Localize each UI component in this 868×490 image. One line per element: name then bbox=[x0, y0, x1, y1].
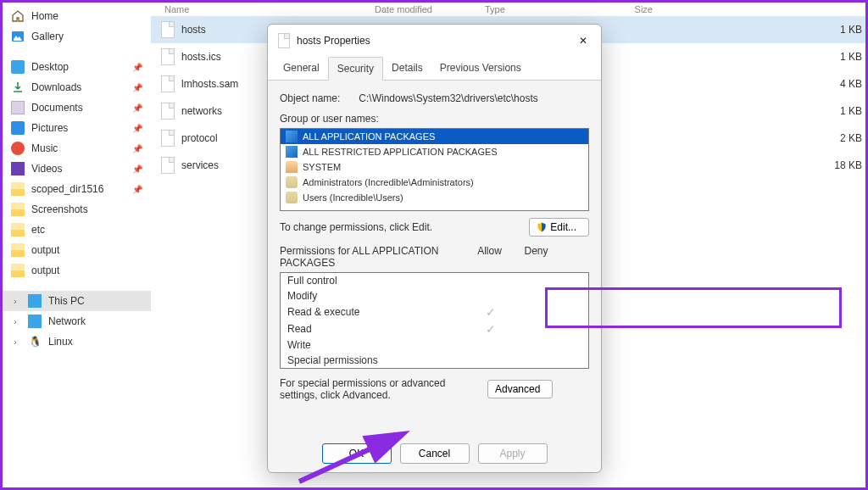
folder-icon bbox=[11, 182, 25, 196]
tab-security[interactable]: Security bbox=[328, 57, 383, 81]
group-item[interactable]: ALL RESTRICTED APPLICATION PACKAGES bbox=[281, 144, 588, 159]
group-icon bbox=[286, 131, 298, 142]
object-name-label: Object name: bbox=[280, 92, 356, 104]
folder-icon bbox=[11, 264, 25, 277]
sidebar-item-folder[interactable]: etc bbox=[3, 220, 151, 240]
sidebar-item-documents[interactable]: Documents📌 bbox=[3, 97, 151, 118]
group-icon bbox=[286, 146, 298, 158]
group-icon bbox=[286, 192, 298, 203]
group-label: Administrators (Incredible\Administrator… bbox=[303, 177, 474, 187]
file-icon bbox=[161, 21, 175, 38]
permission-row[interactable]: Special permissions bbox=[281, 353, 588, 368]
file-icon bbox=[161, 130, 175, 147]
chevron-right-icon[interactable]: › bbox=[11, 337, 19, 347]
pictures-icon bbox=[11, 121, 25, 135]
permission-label: Read & execute bbox=[287, 306, 467, 318]
sidebar-gallery[interactable]: Gallery bbox=[3, 26, 151, 47]
group-label: ALL APPLICATION PACKAGES bbox=[303, 131, 435, 142]
sidebar-label: Music bbox=[31, 142, 58, 154]
dialog-title-text: hosts Properties bbox=[297, 35, 370, 47]
pin-icon: 📌 bbox=[132, 144, 142, 153]
sidebar-home[interactable]: Home bbox=[3, 6, 151, 26]
sidebar-label: Videos bbox=[31, 163, 62, 175]
sidebar-label: Network bbox=[48, 315, 86, 327]
group-item[interactable]: SYSTEM bbox=[281, 159, 588, 175]
allow-header: Allow bbox=[466, 245, 513, 269]
ok-button[interactable]: OK bbox=[322, 443, 392, 464]
groups-label: Group or user names: bbox=[280, 113, 589, 125]
column-headers[interactable]: Name Date modified Type Size bbox=[151, 3, 865, 16]
group-label: SYSTEM bbox=[303, 162, 341, 172]
advanced-text: For special permissions or advanced sett… bbox=[280, 377, 479, 401]
permissions-for-label: Permissions for ALL APPLICATION PACKAGES bbox=[280, 245, 466, 269]
allow-check: ✓ bbox=[467, 305, 514, 319]
col-size[interactable]: Size bbox=[585, 4, 653, 14]
sidebar-label: Screenshots bbox=[31, 203, 88, 215]
file-size: 1 KB bbox=[801, 24, 862, 36]
sidebar-item-videos[interactable]: Videos📌 bbox=[3, 159, 151, 179]
sidebar-item-desktop[interactable]: Desktop📌 bbox=[3, 57, 151, 77]
tab-previous-versions[interactable]: Previous Versions bbox=[431, 57, 530, 80]
sidebar-item-downloads[interactable]: Downloads📌 bbox=[3, 77, 151, 97]
sidebar-item-music[interactable]: Music📌 bbox=[3, 138, 151, 159]
tab-details[interactable]: Details bbox=[383, 57, 431, 80]
sidebar-item-pictures[interactable]: Pictures📌 bbox=[3, 118, 151, 138]
edit-button[interactable]: Edit... bbox=[529, 218, 589, 237]
sidebar-label: Desktop bbox=[31, 61, 69, 73]
permission-row[interactable]: Modify bbox=[281, 288, 588, 303]
group-item[interactable]: ALL APPLICATION PACKAGES bbox=[281, 129, 588, 144]
gallery-icon bbox=[11, 30, 25, 43]
tab-general[interactable]: General bbox=[275, 57, 328, 80]
permissions-listbox[interactable]: Full control Modify Read & execute ✓ Rea… bbox=[280, 272, 589, 369]
permission-row[interactable]: Read ✓ bbox=[281, 320, 588, 337]
allow-check: ✓ bbox=[467, 322, 514, 336]
file-icon bbox=[161, 75, 175, 92]
sidebar-item-folder[interactable]: output bbox=[3, 260, 151, 281]
home-icon bbox=[11, 9, 25, 23]
permission-label: Special permissions bbox=[287, 354, 467, 366]
pin-icon: 📌 bbox=[132, 63, 142, 72]
group-label: ALL RESTRICTED APPLICATION PACKAGES bbox=[303, 147, 498, 157]
col-type[interactable]: Type bbox=[485, 4, 585, 14]
dialog-titlebar[interactable]: hosts Properties ✕ bbox=[268, 25, 601, 57]
file-icon bbox=[161, 48, 175, 65]
chevron-right-icon[interactable]: › bbox=[11, 317, 19, 326]
desktop-icon bbox=[11, 60, 25, 74]
music-icon bbox=[11, 142, 25, 155]
pin-icon: 📌 bbox=[132, 103, 142, 113]
file-icon bbox=[278, 33, 290, 48]
tabs: General Security Details Previous Versio… bbox=[268, 57, 601, 81]
permission-label: Write bbox=[287, 339, 467, 351]
groups-listbox[interactable]: ALL APPLICATION PACKAGESALL RESTRICTED A… bbox=[280, 128, 589, 211]
shield-icon bbox=[537, 222, 547, 232]
permission-row[interactable]: Read & execute ✓ bbox=[281, 303, 588, 320]
video-icon bbox=[11, 162, 25, 175]
advanced-button[interactable]: Advanced bbox=[487, 380, 553, 398]
permission-label: Full control bbox=[287, 275, 467, 287]
sidebar-label: output bbox=[31, 264, 59, 276]
file-size: 4 KB bbox=[801, 78, 862, 90]
folder-icon bbox=[11, 243, 25, 257]
cancel-button[interactable]: Cancel bbox=[400, 443, 470, 464]
apply-button: Apply bbox=[478, 443, 548, 464]
col-date[interactable]: Date modified bbox=[375, 4, 485, 14]
download-icon bbox=[11, 81, 25, 94]
group-icon bbox=[286, 161, 298, 173]
chevron-right-icon[interactable]: › bbox=[11, 297, 19, 306]
pc-icon bbox=[28, 294, 42, 308]
pin-icon: 📌 bbox=[132, 124, 142, 133]
group-item[interactable]: Administrators (Incredible\Administrator… bbox=[281, 175, 588, 190]
sidebar-item-folder[interactable]: output bbox=[3, 240, 151, 260]
sidebar-this-pc[interactable]: ›This PC bbox=[3, 291, 151, 311]
sidebar-item-folder[interactable]: Screenshots bbox=[3, 199, 151, 220]
group-item[interactable]: Users (Incredible\Users) bbox=[281, 190, 588, 205]
close-button[interactable]: ✕ bbox=[576, 35, 591, 47]
permission-row[interactable]: Full control bbox=[281, 273, 588, 288]
permission-row[interactable]: Write bbox=[281, 337, 588, 353]
linux-icon: 🐧 bbox=[28, 335, 42, 348]
col-name[interactable]: Name bbox=[154, 4, 375, 14]
sidebar-linux[interactable]: ›🐧Linux bbox=[3, 331, 151, 352]
sidebar-item-folder[interactable]: scoped_dir1516📌 bbox=[3, 179, 151, 199]
permission-label: Modify bbox=[287, 290, 467, 302]
sidebar-network[interactable]: ›Network bbox=[3, 311, 151, 331]
